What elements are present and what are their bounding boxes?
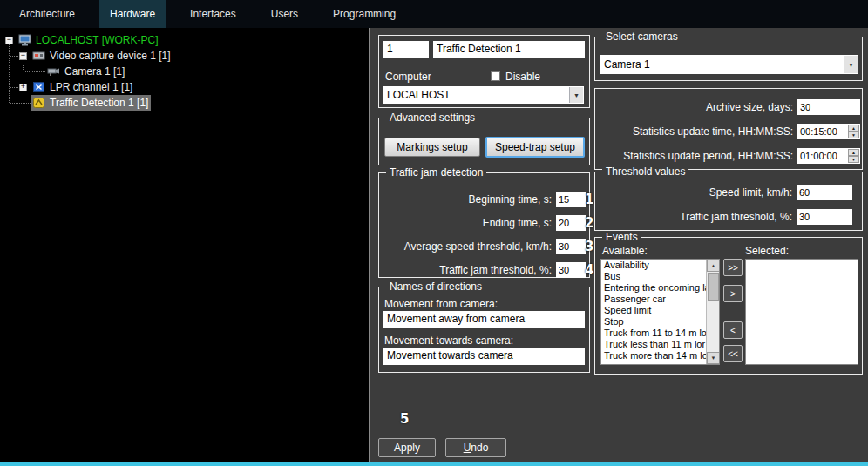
list-item[interactable]: Truck less than 11 m lor: [601, 339, 706, 350]
select-cameras-group: Select cameras Camera 1: [594, 37, 863, 81]
add-event-button[interactable]: >: [723, 285, 743, 302]
traffic-jam-threshold-row: Traffic jam threshold, %: 30: [383, 262, 586, 278]
computer-label: Computer: [385, 71, 431, 83]
camera-select[interactable]: Camera 1: [600, 55, 858, 74]
tree-item-video-capture-device[interactable]: Video capture device 1 [1]: [19, 48, 369, 64]
list-item[interactable]: Bus: [601, 271, 706, 282]
traffic-jam-threshold-label: Traffic jam threshold, %:: [383, 264, 556, 276]
tree-connector: [9, 44, 10, 103]
scrollbar[interactable]: [706, 260, 719, 364]
statistics-update-time-field[interactable]: 00:15:00: [797, 124, 860, 139]
tree-item-label: LPR channel 1 [1]: [50, 80, 132, 94]
remove-all-events-button[interactable]: <<: [723, 345, 743, 362]
apply-button[interactable]: Apply: [378, 438, 436, 457]
speed-trap-setup-button[interactable]: Speed-trap setup: [485, 137, 585, 158]
remove-event-button[interactable]: <: [723, 321, 743, 339]
lpr-channel-icon: [32, 81, 45, 93]
statistics-update-period-label: Statistics update period, HH:MM:SS:: [599, 150, 797, 162]
movement-towards-camera-field[interactable]: Movement towards camera: [383, 348, 585, 365]
spin-up-button[interactable]: [848, 149, 859, 156]
group-title: Names of directions: [386, 280, 485, 293]
annotation-1: 1: [585, 192, 593, 207]
traffic-jam-threshold-field[interactable]: 30: [556, 262, 586, 278]
tree-connector: [23, 64, 24, 71]
object-name-field[interactable]: Traffic Detection 1: [433, 41, 585, 58]
spinner: [848, 149, 859, 163]
speed-limit-field[interactable]: 60: [797, 185, 852, 200]
list-item[interactable]: Passenger car: [601, 294, 706, 305]
group-title: Advanced settings: [386, 111, 478, 124]
scroll-down-icon[interactable]: [707, 352, 720, 364]
disable-checkbox[interactable]: [491, 71, 500, 81]
list-item[interactable]: Stop: [601, 316, 706, 328]
tree-item-lpr-channel[interactable]: LPR channel 1 [1]: [19, 79, 369, 95]
spin-down-button[interactable]: [848, 156, 859, 163]
average-speed-threshold-field[interactable]: 30: [556, 239, 586, 254]
tab-interfaces[interactable]: Interfaces: [180, 0, 247, 28]
chevron-down-icon[interactable]: [844, 56, 858, 73]
archive-size-field[interactable]: 30: [797, 99, 860, 115]
annotation-4: 4: [585, 262, 593, 278]
tree-item-traffic-detection[interactable]: Traffic Detection 1 [1]: [31, 95, 369, 111]
computer-select-value: LOCALHOST: [387, 86, 568, 104]
group-title: Select cameras: [602, 30, 682, 43]
list-item[interactable]: Availability: [601, 260, 706, 271]
collapse-icon[interactable]: [5, 37, 13, 44]
speed-limit-row: Speed limit, km/h: 60: [599, 185, 852, 200]
tree-item-localhost[interactable]: LOCALHOST [WORK-PC]: [5, 32, 369, 48]
tab-hardware[interactable]: Hardware: [99, 0, 166, 28]
list-item[interactable]: Truck more than 14 m lo: [601, 350, 706, 361]
list-item[interactable]: Speed limit: [601, 305, 706, 316]
statistics-update-period-value: 01:00:00: [800, 148, 837, 164]
undo-button-label: Undo: [464, 442, 489, 454]
traffic-jam-threshold-label: Traffic jam threshold, %:: [599, 211, 797, 223]
archive-size-row: Archive size, days: 30: [599, 99, 860, 115]
annotation-3: 3: [585, 239, 593, 254]
movement-from-camera-label: Movement from camera:: [384, 298, 498, 310]
camera-icon: [47, 65, 60, 78]
traffic-jam-threshold-field[interactable]: 30: [797, 209, 852, 225]
selected-events-list[interactable]: [745, 259, 858, 365]
group-title: Events: [602, 231, 641, 243]
tab-users[interactable]: Users: [261, 0, 309, 28]
threshold-values-group: Threshold values Speed limit, km/h: 60 T…: [594, 172, 863, 231]
movement-from-camera-field[interactable]: Movement away from camera: [383, 311, 585, 328]
spin-up-button[interactable]: [848, 125, 859, 132]
top-tab-bar: Architecture Hardware Interfaces Users P…: [0, 0, 868, 28]
spin-down-button[interactable]: [848, 132, 859, 138]
events-group: Events Available: Selected: Availability…: [594, 237, 863, 375]
apply-button-label: Apply: [394, 442, 420, 454]
tree-item-label: Camera 1 [1]: [64, 64, 125, 78]
movement-towards-camera-label: Movement towards camera:: [384, 334, 513, 347]
markings-setup-button[interactable]: Markings setup: [384, 138, 480, 157]
computer-select[interactable]: LOCALHOST: [383, 86, 584, 104]
tab-architecture[interactable]: Architecture: [9, 0, 85, 28]
chevron-down-icon[interactable]: [569, 87, 583, 103]
collapse-icon[interactable]: [19, 52, 27, 60]
statistics-update-time-label: Statistics update time, HH:MM:SS:: [599, 125, 797, 138]
tree-item-camera[interactable]: Camera 1 [1]: [47, 64, 369, 79]
names-of-directions-group: Names of directions Movement from camera…: [378, 287, 590, 373]
beginning-time-row: Beginning time, s: 15: [383, 192, 586, 207]
scroll-up-icon[interactable]: [707, 260, 720, 272]
ending-time-field[interactable]: 20: [556, 215, 586, 231]
annotation-2: 2: [585, 215, 593, 231]
tab-programming[interactable]: Programming: [322, 0, 406, 28]
list-item[interactable]: Entering the oncoming la: [601, 282, 706, 294]
list-item[interactable]: Truck from 11 to 14 m lo: [601, 328, 706, 339]
disable-label: Disable: [505, 71, 540, 83]
undo-button[interactable]: Undo: [445, 438, 506, 457]
traffic-jam-threshold-row: Traffic jam threshold, %: 30: [599, 209, 852, 225]
average-speed-threshold-label: Average speed threshold, km/h:: [383, 240, 556, 253]
expand-icon[interactable]: [19, 84, 27, 91]
statistics-group: Archive size, days: 30 Statistics update…: [594, 88, 863, 170]
available-events-list[interactable]: Availability Bus Entering the oncoming l…: [600, 259, 720, 365]
tree-selection-highlight: Traffic Detection 1 [1]: [31, 95, 151, 111]
statistics-update-period-field[interactable]: 01:00:00: [797, 148, 860, 164]
traffic-detection-icon: [32, 97, 45, 109]
scrollbar-thumb[interactable]: [708, 273, 719, 301]
beginning-time-label: Beginning time, s:: [383, 193, 556, 206]
beginning-time-field[interactable]: 15: [556, 192, 586, 207]
add-all-events-button[interactable]: >>: [723, 259, 743, 276]
object-id-field[interactable]: 1: [383, 41, 429, 58]
